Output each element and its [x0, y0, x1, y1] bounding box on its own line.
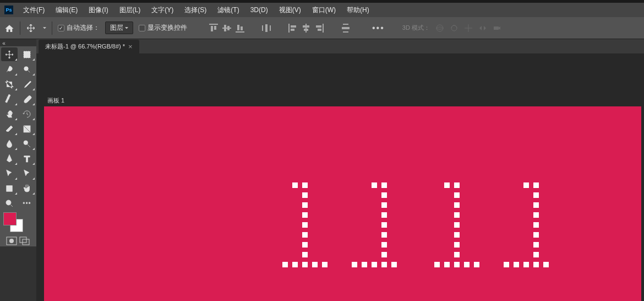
- divider: [52, 22, 52, 35]
- menu-file[interactable]: 文件(F): [19, 3, 49, 17]
- align-vcenter-icon[interactable]: [222, 24, 231, 33]
- document-tab-title: 未标题-1 @ 66.7%(RGB/8#) *: [45, 42, 125, 51]
- zoom-tool[interactable]: [1, 196, 18, 210]
- menu-3d[interactable]: 3D(D): [246, 4, 272, 16]
- svg-rect-9: [262, 25, 263, 31]
- align-left-icon[interactable]: [288, 24, 297, 33]
- svg-rect-4: [224, 25, 226, 31]
- svg-point-34: [6, 200, 11, 205]
- artboard[interactable]: [44, 106, 641, 301]
- history-brush-tool[interactable]: [19, 107, 35, 121]
- align-hcenter-icon[interactable]: [302, 24, 310, 33]
- menu-view[interactable]: 视图(V): [275, 3, 305, 17]
- healing-brush-tool[interactable]: [1, 92, 18, 106]
- dot-text-11: [282, 182, 397, 268]
- quick-select-tool[interactable]: [19, 62, 35, 76]
- crop-tool[interactable]: [1, 77, 18, 91]
- align-bottom-icon[interactable]: [236, 24, 244, 33]
- layer-dropdown[interactable]: 图层: [105, 22, 133, 34]
- svg-rect-5: [227, 26, 230, 30]
- 3d-slide-icon[interactable]: [478, 24, 487, 33]
- svg-point-29: [24, 66, 29, 71]
- menu-layer[interactable]: 图层(L): [115, 3, 145, 17]
- svg-rect-13: [291, 25, 296, 28]
- more-options-icon[interactable]: •••: [372, 23, 385, 33]
- menu-help[interactable]: 帮助(H): [342, 3, 374, 17]
- svg-point-32: [24, 141, 28, 145]
- mode3d-label: 3D 模式：: [402, 24, 430, 32]
- color-swatches[interactable]: [3, 212, 23, 234]
- 3d-roll-icon[interactable]: [450, 24, 459, 33]
- path-select-tool[interactable]: [1, 166, 18, 180]
- lasso-tool[interactable]: [1, 62, 18, 76]
- shape-tool[interactable]: [1, 181, 18, 195]
- svg-rect-10: [270, 25, 271, 31]
- hand-tool[interactable]: [19, 181, 35, 195]
- dodge-tool[interactable]: [19, 137, 35, 150]
- svg-rect-22: [343, 31, 348, 33]
- direct-select-tool[interactable]: [19, 166, 35, 180]
- toolbox: •••: [0, 46, 36, 246]
- 3d-orbit-icon[interactable]: [435, 24, 444, 33]
- svg-rect-18: [323, 24, 324, 33]
- auto-select-label: 自动选择：: [67, 23, 100, 33]
- align-right-icon[interactable]: [315, 24, 324, 33]
- panel-collapse-icon[interactable]: «: [0, 39, 8, 46]
- eyedropper-tool[interactable]: [19, 77, 35, 91]
- canvas-area: 未标题-1 @ 66.7%(RGB/8#) * × 画板 1: [36, 39, 644, 301]
- menu-type[interactable]: 文字(Y): [147, 3, 178, 17]
- svg-rect-6: [236, 31, 244, 33]
- type-tool[interactable]: [19, 152, 35, 165]
- distribute-h-icon[interactable]: [262, 24, 271, 33]
- svg-rect-28: [24, 51, 30, 58]
- quick-mask-icon[interactable]: [6, 237, 17, 245]
- show-transform-label: 显示变换控件: [148, 23, 187, 33]
- svg-point-24: [436, 25, 443, 31]
- screen-mode-icon[interactable]: [19, 237, 30, 245]
- close-tab-icon[interactable]: ×: [128, 42, 133, 51]
- align-top-icon[interactable]: [209, 24, 218, 33]
- pen-tool[interactable]: [1, 152, 18, 165]
- artboard-label[interactable]: 画板 1: [47, 96, 64, 105]
- svg-rect-1: [211, 26, 213, 31]
- 3d-pan-icon[interactable]: [464, 24, 473, 33]
- menu-filter[interactable]: 滤镜(T): [213, 3, 243, 17]
- svg-rect-7: [237, 25, 239, 30]
- svg-rect-30: [6, 94, 10, 103]
- menu-image[interactable]: 图像(I): [84, 3, 112, 17]
- options-bar: 自动选择： 图层 显示变换控件 ••• 3D 模式：: [0, 17, 644, 39]
- dot-text-11: [434, 182, 549, 268]
- move-tool-icon[interactable]: [26, 23, 36, 33]
- home-icon[interactable]: [4, 24, 14, 33]
- svg-rect-15: [305, 24, 307, 33]
- foreground-color[interactable]: [3, 212, 17, 225]
- menu-edit[interactable]: 编辑(E): [51, 3, 82, 17]
- auto-select-checkbox[interactable]: 自动选择：: [58, 23, 100, 33]
- distribute-v-icon[interactable]: [341, 24, 350, 33]
- eraser-tool[interactable]: [1, 122, 18, 136]
- svg-rect-23: [342, 27, 350, 29]
- gradient-tool[interactable]: [19, 122, 35, 136]
- svg-rect-2: [214, 26, 216, 30]
- canvas[interactable]: 画板 1: [36, 53, 644, 301]
- show-transform-checkbox[interactable]: 显示变换控件: [139, 23, 187, 33]
- dropdown-arrow-icon[interactable]: [43, 27, 46, 29]
- svg-point-25: [436, 27, 443, 29]
- app-logo-icon: Ps: [4, 6, 13, 14]
- menu-window[interactable]: 窗口(W): [308, 3, 340, 17]
- brush-tool[interactable]: [19, 92, 35, 106]
- document-tab[interactable]: 未标题-1 @ 66.7%(RGB/8#) * ×: [39, 40, 139, 53]
- clone-stamp-tool[interactable]: [1, 107, 18, 121]
- svg-rect-0: [209, 24, 218, 25]
- 3d-camera-icon[interactable]: [493, 24, 501, 33]
- svg-rect-8: [241, 26, 243, 30]
- edit-toolbar-icon[interactable]: •••: [19, 196, 35, 210]
- move-tool[interactable]: [1, 47, 18, 61]
- svg-rect-20: [318, 29, 321, 31]
- main-menu-bar: Ps 文件(F) 编辑(E) 图像(I) 图层(L) 文字(Y) 选择(S) 滤…: [0, 3, 644, 17]
- blur-tool[interactable]: [1, 137, 18, 150]
- marquee-tool[interactable]: [19, 47, 35, 61]
- svg-rect-33: [7, 185, 13, 191]
- menu-select[interactable]: 选择(S): [180, 3, 211, 17]
- svg-rect-17: [304, 29, 308, 31]
